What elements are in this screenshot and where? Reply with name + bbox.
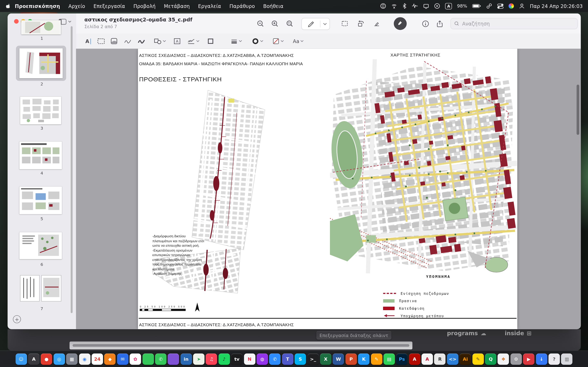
zoom-out-button[interactable] (254, 18, 267, 29)
draw-tool[interactable] (136, 36, 147, 46)
document-scrollbar[interactable] (577, 85, 579, 135)
dock-icon-mail[interactable]: ✉ (117, 354, 129, 365)
shazam-icon[interactable] (380, 3, 386, 9)
info-button[interactable] (420, 18, 431, 29)
pen-menu-chevron[interactable] (320, 18, 329, 30)
search-input[interactable] (461, 20, 574, 27)
thumbnail-page-3[interactable] (20, 97, 61, 124)
input-source-icon[interactable]: A (445, 3, 452, 9)
dock-icon-purple-app[interactable] (168, 354, 179, 365)
dock-icon-messages[interactable] (142, 354, 154, 365)
dock-icon-safari[interactable]: ◎ (53, 354, 65, 365)
menu-app-name[interactable]: Προεπισκόπηση (11, 3, 64, 9)
shape-style-button[interactable] (228, 36, 245, 46)
thumbnail-page-5[interactable] (19, 187, 62, 214)
instant-alpha-tool[interactable] (109, 36, 119, 46)
dock-icon-photos[interactable]: ✿ (130, 354, 141, 365)
border-color-button[interactable] (249, 36, 266, 46)
thumbnail-page-4[interactable] (19, 142, 62, 169)
dock-icon-trash[interactable]: ▥ (561, 354, 573, 365)
thumbnail-page-1[interactable] (21, 20, 61, 34)
dock-icon-news[interactable]: N (244, 354, 255, 365)
dock-icon-help[interactable]: ? (548, 354, 560, 365)
dock-icon-rhino[interactable]: R (434, 354, 446, 365)
dock-icon-linkedin[interactable]: in (181, 354, 192, 365)
dock-icon-powerpoint[interactable]: P (346, 354, 357, 365)
sign-tool[interactable] (185, 36, 201, 46)
note-tool[interactable] (205, 36, 216, 46)
control-center-icon[interactable] (497, 3, 504, 9)
dock-icon-blue-app[interactable]: ↓ (536, 354, 547, 365)
dock-icon-paw-app[interactable]: ❖ (498, 354, 509, 365)
dock-icon-numbers[interactable]: ▤ (383, 354, 395, 365)
text-box-tool[interactable]: A (172, 36, 182, 46)
dock-icon-podcasts[interactable]: ◍ (257, 354, 268, 365)
dock-icon-keynote[interactable]: K (358, 354, 370, 365)
dock-icon-red-media-app[interactable]: ▶ (523, 354, 535, 365)
airdrop-icon[interactable] (391, 3, 397, 9)
dock-icon-settings[interactable]: ⚙ (510, 354, 522, 365)
edit-slide-layout-button[interactable]: Επεξεργασία διάταξης σλάιντ (316, 331, 392, 340)
sketch-tool[interactable] (122, 36, 133, 46)
thumbnail-page-7[interactable] (19, 273, 62, 304)
dock-icon-orange-app[interactable]: ◆ (104, 354, 116, 365)
menu-file[interactable]: Αρχείο (64, 3, 89, 9)
dock-icon-skype[interactable]: S (295, 354, 306, 365)
dock-icon-acrobat[interactable]: A (409, 354, 420, 365)
dock-icon-dark-a-app[interactable]: A (28, 354, 40, 365)
rectangular-selection-tool[interactable] (96, 36, 106, 46)
dock-icon-illustrator[interactable]: Ai (459, 354, 471, 365)
menu-window[interactable]: Παράθυρο (225, 3, 259, 9)
battery-icon[interactable] (472, 3, 481, 9)
dock-icon-launchpad[interactable]: ▦ (66, 354, 78, 365)
activity-waveform-icon[interactable] (412, 3, 418, 9)
menu-edit[interactable]: Επεξεργασία (89, 3, 129, 9)
menu-go[interactable]: Μετάβαση (160, 3, 194, 9)
user-account-icon[interactable] (519, 3, 525, 9)
bluetooth-icon[interactable] (402, 3, 407, 9)
dock-icon-terminal[interactable]: >_ (307, 354, 319, 365)
dock-icon-finder[interactable]: ☺ (16, 354, 27, 365)
horizontal-scrollbar[interactable] (73, 344, 409, 347)
thumbnail-page-6[interactable] (19, 232, 62, 259)
sidebar-scrollbar[interactable] (71, 26, 72, 313)
fill-color-button[interactable] (270, 36, 287, 46)
dock-icon-excel[interactable]: X (320, 354, 331, 365)
close-button[interactable] (14, 19, 18, 24)
dock-icon-apple-tv[interactable]: tv (231, 354, 242, 365)
menu-tools[interactable]: Εργαλεία (194, 3, 225, 9)
dock-icon-zoom[interactable]: ✆ (269, 354, 281, 365)
zoom-selection-button[interactable] (283, 18, 296, 29)
thumbnail-page-2[interactable] (19, 48, 63, 78)
dock-icon-vscode[interactable]: <> (447, 354, 458, 365)
dock-icon-qgis[interactable]: Q (485, 354, 497, 365)
share-button[interactable] (434, 18, 445, 29)
add-page-button[interactable]: + (13, 315, 21, 323)
selection-tool-button[interactable] (338, 18, 351, 29)
dock-icon-notes-pencil[interactable]: ✎ (472, 354, 484, 365)
color-wheel-icon[interactable] (509, 3, 514, 9)
text-style-button[interactable]: Aa (290, 36, 307, 46)
menu-bar-clock[interactable]: Παρ 24 Απρ 20:26:03 (530, 3, 583, 9)
hotspot-link-icon[interactable] (486, 3, 492, 9)
menu-view[interactable]: Προβολή (129, 3, 160, 9)
dock-icon-teams[interactable]: T (282, 354, 293, 365)
fill-and-sign-button[interactable] (370, 18, 383, 29)
dock-icon-red-app[interactable]: ● (41, 354, 52, 365)
search-field[interactable] (450, 18, 578, 29)
rotate-left-button[interactable] (354, 18, 367, 29)
dock-icon-maps[interactable]: ➤ (193, 354, 205, 365)
dock-icon-facetime[interactable]: ✆ (155, 354, 166, 365)
highlight-pen-button[interactable] (301, 18, 330, 30)
dock-icon-spotify[interactable]: ♪ (218, 354, 230, 365)
shapes-tool[interactable] (152, 36, 168, 46)
menu-help[interactable]: Βοήθεια (259, 3, 288, 9)
dock-icon-photoshop[interactable]: Ps (396, 354, 407, 365)
markup-toolbar-toggle[interactable] (394, 17, 407, 30)
dock-icon-word[interactable]: W (333, 354, 344, 365)
text-selection-tool[interactable]: A (83, 36, 94, 46)
dock-icon-pages[interactable]: ✎ (371, 354, 382, 365)
dock-icon-chrome[interactable]: ◉ (79, 354, 90, 365)
display-icon[interactable] (423, 3, 429, 9)
dock-icon-calendar[interactable]: 24 (92, 354, 103, 365)
